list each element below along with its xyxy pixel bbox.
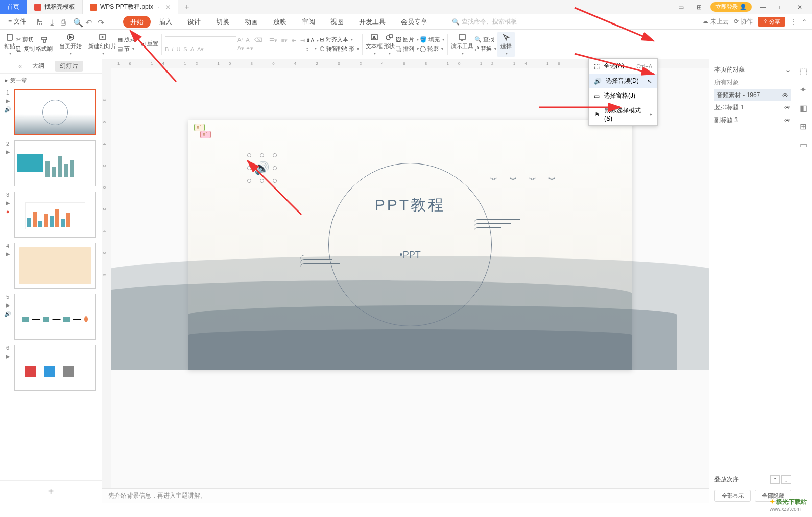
command-search[interactable]: 🔍 查找命令、搜索模板 — [452, 17, 517, 26]
audio-object-selected[interactable]: 🔊 — [249, 155, 275, 181]
slide-thumb-3[interactable] — [14, 192, 96, 238]
layout-button[interactable]: ▦版式▾ — [117, 36, 140, 43]
reset-button[interactable]: ⊡重置 — [141, 40, 158, 48]
menu-view[interactable]: 视图 — [323, 16, 351, 28]
increase-font-icon[interactable]: A⁺ — [237, 37, 244, 43]
show-all-button[interactable]: 全部显示 — [714, 490, 751, 502]
slide-thumb-1[interactable] — [14, 89, 96, 135]
arrange-button[interactable]: ⿻排列▾ — [396, 45, 419, 53]
font-family[interactable] — [165, 36, 236, 44]
tab-close-icon[interactable]: ✕ — [165, 4, 171, 11]
text-direction-button[interactable]: ⬍A▾ — [306, 37, 319, 44]
section-button[interactable]: ▤节▾ — [117, 45, 140, 53]
menu-insert[interactable]: 插入 — [152, 16, 179, 28]
strip-style-icon[interactable]: ✦ — [800, 85, 809, 94]
file-tab[interactable]: WPS PPT教程.pptx ▫ ✕ — [83, 0, 178, 14]
strip-anim-icon[interactable]: ◧ — [800, 103, 809, 112]
close-icon[interactable]: ✕ — [793, 2, 807, 12]
present-tools-button[interactable]: 演示工具▾ — [451, 33, 473, 56]
replace-button[interactable]: ⇄替换▾ — [474, 45, 496, 53]
collapse-icon[interactable]: ⌃ — [802, 18, 807, 26]
mouse-mode-item[interactable]: 🖱 鼠标选择模式(S) ▸ — [589, 103, 657, 125]
comment-marker[interactable]: a1 — [200, 131, 211, 138]
slide-thumb-5[interactable]: ——— — [14, 294, 96, 340]
grid-icon[interactable]: ▭ — [674, 2, 688, 12]
new-tab-button[interactable]: + — [178, 3, 195, 12]
decrease-font-icon[interactable]: A⁻ — [246, 37, 252, 43]
eye-icon[interactable]: 👁 — [782, 92, 789, 99]
outline-button[interactable]: ◯轮廓▾ — [420, 45, 444, 53]
menu-devtools[interactable]: 开发工具 — [352, 16, 393, 28]
shape-button[interactable]: 形状▾ — [384, 33, 395, 56]
strip-present-icon[interactable]: ▭ — [800, 140, 809, 149]
align-center-icon[interactable]: ≡ — [276, 45, 279, 52]
text-effect-icon[interactable]: ✦▾ — [246, 45, 253, 52]
slide-canvas[interactable]: a1 a1 ︾ ︾ ︾ ︾ PPT教程 •PPT — [188, 120, 632, 370]
find-button[interactable]: 🔍查找 — [474, 36, 496, 43]
preview-icon[interactable]: 🔍 — [73, 18, 81, 26]
select-pane-item[interactable]: ▭ 选择窗格(J) — [589, 88, 657, 103]
from-current-button[interactable]: 当页开始▾ — [59, 33, 82, 56]
share-button[interactable]: ⇪ 分享 — [758, 17, 785, 27]
font-size-icon[interactable]: A — [190, 46, 194, 52]
indent-right-icon[interactable]: ⇥ — [300, 37, 305, 44]
indent-left-icon[interactable]: ⇤ — [292, 37, 296, 44]
maximize-icon[interactable]: □ — [774, 2, 789, 12]
font-color-icon[interactable]: A▾ — [237, 45, 244, 52]
underline-icon[interactable]: U — [176, 46, 180, 52]
all-objects-row[interactable]: 所有对象 — [714, 76, 791, 89]
slide-thumb-6[interactable] — [14, 345, 96, 391]
cloud-status[interactable]: ☁ 未上云 — [702, 17, 728, 26]
select-all-item[interactable]: ⬚ 全选(A) Ctrl+A — [589, 59, 657, 74]
template-tab[interactable]: 找稻壳模板 — [27, 0, 83, 14]
move-down-button[interactable]: ↓ — [781, 475, 791, 484]
copy-button[interactable]: ⿻复制 — [16, 45, 35, 53]
select-button[interactable]: 选择▾ — [497, 32, 515, 57]
menu-start[interactable]: 开始 — [123, 16, 151, 28]
slide-thumb-2[interactable] — [14, 140, 96, 186]
menu-review[interactable]: 审阅 — [295, 16, 322, 28]
apps-icon[interactable]: ⊞ — [692, 2, 706, 12]
home-tab[interactable]: 首页 — [0, 0, 27, 14]
coop-button[interactable]: ⟳ 协作 — [734, 17, 753, 26]
slide-title[interactable]: PPT教程 — [375, 195, 445, 216]
comment-marker[interactable]: a1 — [194, 124, 205, 131]
strip-transition-icon[interactable]: ⊞ — [800, 122, 809, 131]
picture-button[interactable]: 🖼图片▾ — [396, 36, 419, 43]
align-right-icon[interactable]: ≡ — [284, 45, 287, 52]
align-left-icon[interactable]: ≡ — [269, 45, 272, 52]
menu-animation[interactable]: 动画 — [237, 16, 265, 28]
cut-button[interactable]: ✂剪切 — [16, 36, 35, 43]
notes-area[interactable]: 先介绍背景信息，再进入主题讲解。 — [102, 488, 709, 503]
bold-icon[interactable]: B — [165, 46, 169, 52]
numbering-icon[interactable]: ≡▾ — [281, 37, 288, 44]
highlight-icon[interactable]: A▾ — [197, 46, 204, 53]
fill-button[interactable]: 🪣填充▾ — [420, 36, 444, 43]
login-button[interactable]: 立即登录👤 — [710, 2, 752, 12]
minimize-icon[interactable]: — — [756, 2, 770, 12]
textbox-button[interactable]: A 文本框▾ — [366, 33, 383, 56]
justify-icon[interactable]: ≡ — [291, 45, 294, 52]
menu-slideshow[interactable]: 放映 — [266, 16, 294, 28]
align-text-button[interactable]: ⊟对齐文本▾ — [320, 36, 359, 43]
tab-menu-icon[interactable]: ▫ — [158, 4, 160, 11]
strip-select-icon[interactable]: ⬚ — [800, 66, 809, 76]
panel-collapse-icon[interactable]: « — [18, 63, 22, 70]
slide-thumb-4[interactable] — [14, 243, 96, 289]
object-audio[interactable]: 音频素材 - 1967👁 — [714, 89, 791, 101]
format-painter-button[interactable]: 格式刷 — [36, 36, 53, 53]
italic-icon[interactable]: I — [172, 46, 173, 52]
print-icon[interactable]: ⎙ — [61, 18, 69, 26]
chevron-down-icon[interactable]: ⌄ — [785, 66, 791, 74]
outline-tab[interactable]: 大纲 — [27, 61, 50, 72]
save-icon[interactable]: 🖫 — [36, 18, 44, 26]
more-icon[interactable]: ⋮ — [791, 18, 797, 26]
object-subtitle[interactable]: 副标题 3👁 — [714, 114, 791, 127]
undo-icon[interactable]: ↶ — [85, 18, 93, 26]
menu-transition[interactable]: 切换 — [209, 16, 236, 28]
export-icon[interactable]: ⤓ — [49, 18, 57, 26]
eye-icon[interactable]: 👁 — [784, 117, 791, 124]
line-spacing-button[interactable]: ↕≡▾ — [306, 45, 319, 52]
strike-icon[interactable]: S — [183, 46, 187, 52]
paste-button[interactable]: 粘贴▾ — [4, 33, 15, 56]
